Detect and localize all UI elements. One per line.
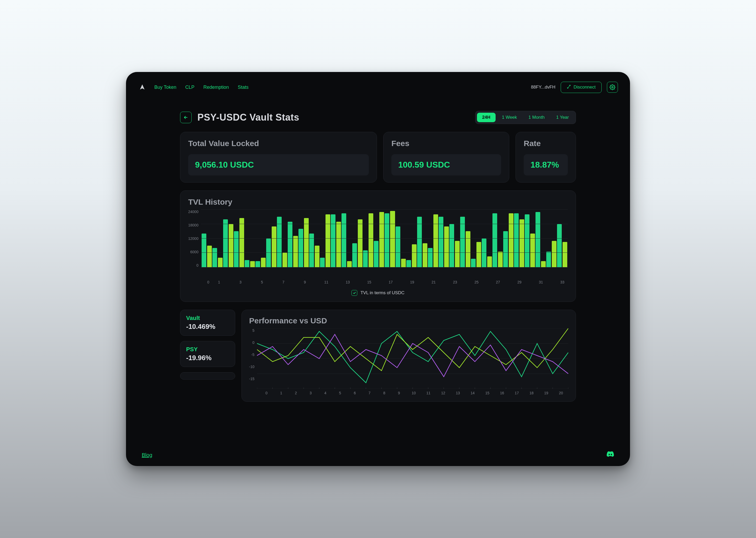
line-x-axis: 01234567891011121314151617181920	[249, 391, 568, 395]
logo-icon	[138, 83, 147, 91]
tab-24h[interactable]: 24H	[477, 113, 496, 122]
svg-point-0	[612, 86, 613, 88]
bar-group	[471, 210, 481, 267]
time-range-tabs: 24H 1 Week 1 Month 1 Year	[475, 111, 576, 124]
bar-group	[223, 210, 233, 267]
bar-group	[331, 210, 341, 267]
app-header: Buy Token CLP Redemption Stats 88FY...dv…	[135, 79, 621, 95]
vault-mini-label: Vault	[186, 315, 229, 322]
bar-group	[234, 210, 244, 267]
bar-group	[374, 210, 384, 267]
disconnect-button[interactable]: Disconnect	[561, 82, 602, 93]
bar-group	[514, 210, 524, 267]
bar-group	[493, 210, 503, 267]
bar-group	[213, 210, 223, 267]
top-nav: Buy Token CLP Redemption Stats	[154, 84, 249, 90]
rate-card: Rate 18.87%	[516, 132, 576, 183]
bar-group	[460, 210, 470, 267]
bar-group	[277, 210, 287, 267]
bar-group	[202, 210, 212, 267]
bar-group	[266, 210, 276, 267]
fees-label: Fees	[391, 139, 501, 148]
bar-group	[536, 210, 546, 267]
bar-group	[396, 210, 406, 267]
line-y-axis: 50-5-10-15	[249, 328, 257, 381]
bar-group	[320, 210, 330, 267]
nav-buy-token[interactable]: Buy Token	[154, 84, 176, 90]
fees-card: Fees 100.59 USDC	[383, 132, 509, 183]
bar-group	[406, 210, 417, 267]
footer-blog-link[interactable]: Blog	[142, 452, 152, 458]
discord-icon	[606, 450, 614, 458]
tvl-history-title: TVL History	[188, 197, 568, 206]
vault-mini-value: -10.469%	[186, 323, 229, 331]
bar-x-axis: 013579111315171921232527293133	[188, 280, 568, 284]
bar-group	[428, 210, 438, 267]
bar-y-axis: 24000180001200060000	[188, 210, 201, 267]
bar-group	[342, 210, 352, 267]
tvl-legend: TVL in terms of USDC	[188, 290, 568, 296]
nav-redemption[interactable]: Redemption	[204, 84, 229, 90]
psy-mini-value: -19.96%	[186, 354, 229, 362]
disconnect-icon	[567, 84, 571, 90]
bar-plot	[201, 210, 568, 267]
tvl-label: Total Value Locked	[188, 139, 369, 148]
bar-group	[385, 210, 395, 267]
bar-group	[482, 210, 492, 267]
line-plot	[257, 328, 568, 389]
third-mini-card	[180, 372, 235, 380]
psy-mini-card: PSY -19.96%	[180, 341, 235, 367]
footer-discord-link[interactable]	[606, 450, 614, 459]
bar-group	[503, 210, 513, 267]
bar-group	[352, 210, 362, 267]
bar-group	[557, 210, 567, 267]
page-title: PSY-USDC Vault Stats	[197, 112, 299, 123]
bar-group	[439, 210, 449, 267]
bar-group	[363, 210, 373, 267]
psy-mini-label: PSY	[186, 346, 229, 353]
tab-1month[interactable]: 1 Month	[523, 113, 550, 122]
bar-group	[449, 210, 460, 267]
bar-group	[288, 210, 298, 267]
gear-icon	[609, 84, 615, 90]
bar-group	[546, 210, 556, 267]
tvl-legend-label: TVL in terms of USDC	[360, 290, 404, 296]
tvl-card: Total Value Locked 9,056.10 USDC	[180, 132, 377, 183]
fees-value: 100.59 USDC	[398, 160, 494, 170]
tvl-value: 9,056.10 USDC	[195, 160, 362, 170]
vault-mini-card: Vault -10.469%	[180, 310, 235, 336]
performance-title: Performance vs USD	[249, 316, 568, 325]
nav-stats[interactable]: Stats	[238, 84, 249, 90]
wallet-address: 88FY...dvFH	[531, 84, 555, 90]
back-button[interactable]	[180, 112, 192, 123]
bar-group	[525, 210, 535, 267]
bar-group	[245, 210, 255, 267]
arrow-left-icon	[183, 115, 188, 120]
settings-button[interactable]	[607, 82, 618, 93]
rate-value: 18.87%	[531, 160, 561, 170]
nav-clp[interactable]: CLP	[185, 84, 195, 90]
tab-1week[interactable]: 1 Week	[496, 113, 522, 122]
rate-label: Rate	[524, 139, 568, 148]
tvl-history-card: TVL History 24000180001200060000 0135791…	[180, 190, 576, 302]
tvl-legend-checkbox[interactable]	[352, 290, 357, 296]
bar-group	[309, 210, 319, 267]
performance-card: Performance vs USD 50-5-10-15 0123456789…	[242, 310, 576, 402]
tab-1year[interactable]: 1 Year	[551, 113, 574, 122]
bar-group	[256, 210, 266, 267]
bar-group	[299, 210, 309, 267]
bar-group	[417, 210, 427, 267]
disconnect-label: Disconnect	[574, 84, 595, 90]
